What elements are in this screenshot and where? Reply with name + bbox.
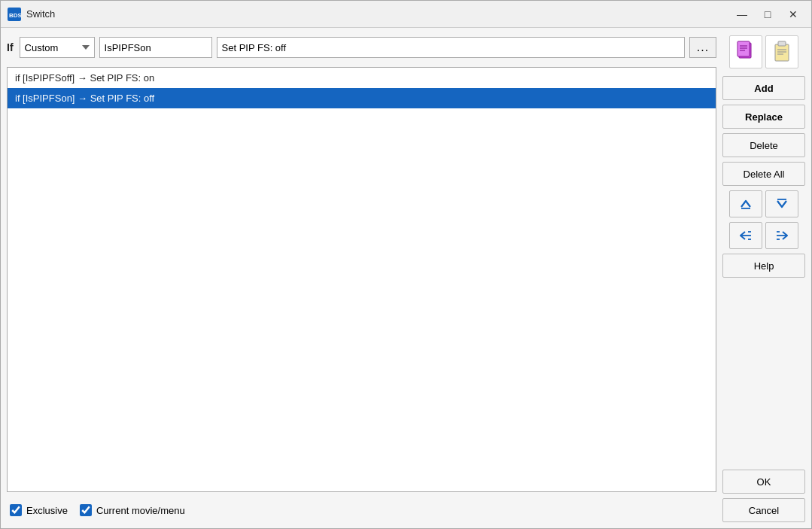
- window-controls: — □ ✕: [730, 4, 805, 25]
- indent-left-button[interactable]: [729, 222, 762, 249]
- replace-button[interactable]: Replace: [722, 105, 805, 129]
- app-icon: BDS: [7, 7, 22, 22]
- current-movie-checkbox[interactable]: [80, 504, 92, 516]
- if-label: If: [7, 41, 14, 53]
- svg-rect-7: [775, 44, 789, 61]
- dots-button[interactable]: ...: [689, 37, 716, 58]
- main-window: BDS Switch — □ ✕ If Custom ...: [0, 0, 812, 529]
- copy-icon-button[interactable]: [729, 35, 762, 68]
- bottom-row: Exclusive Current movie/menu: [7, 498, 716, 522]
- move-up-button[interactable]: [729, 190, 762, 217]
- minimize-button[interactable]: —: [730, 4, 754, 25]
- current-movie-checkbox-label[interactable]: Current movie/menu: [80, 504, 185, 516]
- indent-row: [722, 222, 805, 249]
- indent-right-button[interactable]: [765, 222, 798, 249]
- ok-button[interactable]: OK: [722, 470, 805, 494]
- exclusive-checkbox[interactable]: [10, 504, 22, 516]
- paste-icon-button[interactable]: [765, 35, 798, 68]
- exclusive-label: Exclusive: [26, 505, 68, 516]
- help-button[interactable]: Help: [722, 254, 805, 278]
- title-bar: BDS Switch — □ ✕: [1, 1, 811, 28]
- condition-type-select[interactable]: Custom: [20, 37, 95, 58]
- up-down-row: [722, 190, 805, 217]
- add-button[interactable]: Add: [722, 76, 805, 100]
- delete-all-button[interactable]: Delete All: [722, 162, 805, 186]
- action-input[interactable]: [217, 37, 685, 58]
- list-item[interactable]: if [IsPIPFSon] → Set PIP FS: off: [8, 88, 716, 108]
- switch-list: if [IsPIPFSoff] → Set PIP FS: on if [IsP…: [7, 67, 716, 492]
- svg-rect-3: [737, 41, 750, 56]
- move-down-button[interactable]: [765, 190, 798, 217]
- condition-input[interactable]: [99, 37, 212, 58]
- current-movie-label: Current movie/menu: [96, 505, 185, 516]
- toolbar-row: If Custom ...: [7, 34, 716, 61]
- svg-rect-8: [778, 41, 786, 46]
- side-icons-row: [722, 35, 805, 68]
- svg-text:BDS: BDS: [9, 12, 21, 19]
- side-panel: Add Replace Delete Delete All: [722, 34, 805, 522]
- cancel-button[interactable]: Cancel: [722, 498, 805, 522]
- window-title: Switch: [26, 8, 730, 20]
- content-area: If Custom ... if [IsPIPFSoff] → Set PIP …: [1, 28, 811, 528]
- list-item[interactable]: if [IsPIPFSoff] → Set PIP FS: on: [8, 68, 716, 88]
- delete-button[interactable]: Delete: [722, 133, 805, 157]
- main-panel: If Custom ... if [IsPIPFSoff] → Set PIP …: [7, 34, 716, 522]
- exclusive-checkbox-label[interactable]: Exclusive: [10, 504, 68, 516]
- close-button[interactable]: ✕: [781, 4, 805, 25]
- maximize-button[interactable]: □: [756, 4, 780, 25]
